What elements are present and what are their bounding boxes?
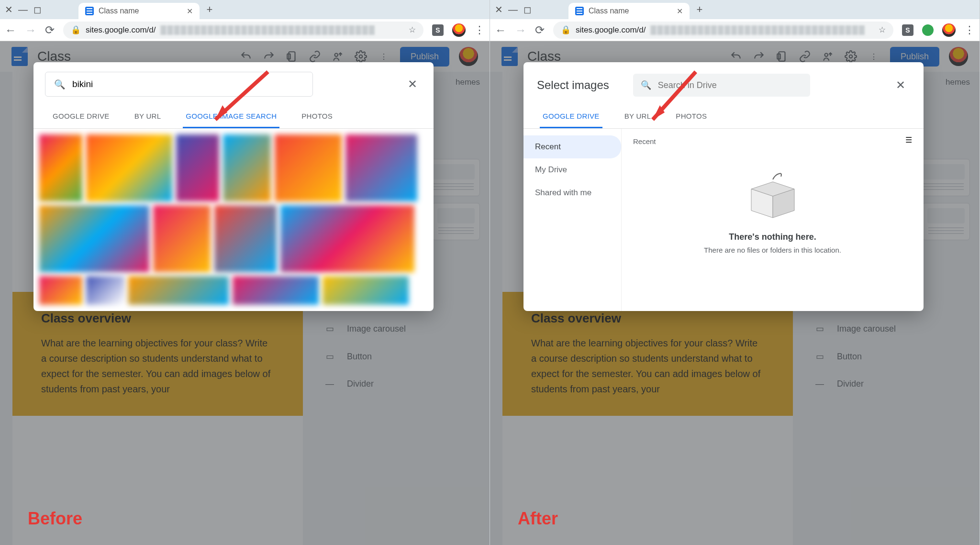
select-images-modal: Select images 🔍 ✕ GOOGLE DRIVE BY URL PH… [523, 62, 924, 311]
url-host: sites.google.com/d/ [86, 25, 156, 35]
image-picker-modal: 🔍 ✕ GOOGLE DRIVE BY URL GOOGLE IMAGE SEA… [33, 62, 434, 311]
list-view-icon[interactable]: ☰ [905, 135, 912, 145]
drive-content: Recent ☰ There's nothing here. There are… [621, 129, 924, 311]
url-host: sites.google.com/d/ [576, 25, 646, 35]
browser-tab[interactable]: Class name ✕ [568, 3, 690, 19]
lock-icon: 🔒 [71, 25, 81, 35]
tab-title: Class name [99, 7, 139, 15]
image-result[interactable] [323, 276, 409, 305]
image-result[interactable] [275, 134, 342, 201]
search-icon: 🔍 [641, 80, 651, 90]
close-window-icon[interactable]: ✕ [494, 5, 503, 14]
profile-avatar-icon[interactable] [452, 23, 466, 37]
back-icon[interactable]: ← [5, 23, 16, 37]
forward-icon[interactable]: → [515, 23, 526, 37]
close-window-icon[interactable]: ✕ [4, 5, 13, 14]
window-titlebar: ✕ — ◻ Class name ✕ + [0, 0, 490, 19]
site-favicon-icon [85, 7, 94, 15]
drive-search-input[interactable]: 🔍 [633, 74, 810, 97]
star-icon[interactable]: ☆ [879, 25, 886, 35]
extension-s-icon[interactable]: S [902, 24, 913, 36]
tab-google-drive[interactable]: GOOGLE DRIVE [50, 105, 112, 128]
back-icon[interactable]: ← [495, 23, 506, 37]
url-blurred: ████████████████████████████████ [160, 25, 404, 35]
tab-close-icon[interactable]: ✕ [677, 7, 683, 16]
image-result[interactable] [39, 205, 149, 272]
image-result[interactable] [39, 134, 82, 201]
image-result[interactable] [39, 276, 82, 305]
tab-close-icon[interactable]: ✕ [187, 7, 193, 16]
empty-subtitle: There are no files or folders in this lo… [633, 246, 912, 254]
browser-tab[interactable]: Class name ✕ [78, 3, 200, 19]
forward-icon[interactable]: → [25, 23, 36, 37]
site-favicon-icon [575, 7, 584, 15]
star-icon[interactable]: ☆ [409, 25, 416, 35]
image-search-field[interactable] [72, 79, 304, 89]
url-bar: ← → ⟳ 🔒 sites.google.com/d/ ████████████… [0, 19, 490, 41]
tab-by-url[interactable]: BY URL [622, 105, 654, 128]
extension-s-icon[interactable]: S [432, 24, 444, 36]
new-tab-icon[interactable]: + [696, 3, 702, 16]
reload-icon[interactable]: ⟳ [535, 23, 545, 37]
recent-label: Recent [633, 137, 656, 145]
window-titlebar: ✕ — ◻ Class name ✕ + [490, 0, 980, 19]
minimize-window-icon[interactable]: — [508, 5, 518, 14]
maximize-window-icon[interactable]: ◻ [33, 5, 42, 14]
annotation-before-label: Before [28, 509, 82, 529]
image-result[interactable] [128, 276, 229, 305]
new-tab-icon[interactable]: + [206, 3, 212, 16]
image-results-grid [33, 129, 434, 311]
image-result[interactable] [280, 205, 414, 272]
search-icon: 🔍 [54, 79, 66, 90]
image-result[interactable] [345, 134, 417, 201]
close-icon[interactable]: ✕ [896, 78, 905, 92]
image-search-input[interactable]: 🔍 [45, 72, 313, 97]
image-result[interactable] [176, 134, 219, 201]
profile-avatar-icon[interactable] [942, 23, 956, 37]
tab-google-drive[interactable]: GOOGLE DRIVE [540, 105, 602, 128]
empty-title: There's nothing here. [633, 232, 912, 242]
after-pane: ✕ — ◻ Class name ✕ + ← → ⟳ 🔒 sites.googl… [490, 0, 980, 545]
extension-green-icon[interactable] [922, 24, 934, 36]
image-result[interactable] [86, 276, 124, 305]
tab-google-image-search[interactable]: GOOGLE IMAGE SEARCH [183, 105, 279, 128]
sidebar-item-shared[interactable]: Shared with me [523, 181, 621, 204]
drive-search-field[interactable] [658, 80, 802, 90]
empty-box-icon [737, 170, 809, 222]
minimize-window-icon[interactable]: — [18, 5, 28, 14]
drive-sidebar: Recent My Drive Shared with me [523, 129, 621, 311]
sidebar-item-mydrive[interactable]: My Drive [523, 158, 621, 181]
tab-photos[interactable]: PHOTOS [299, 105, 335, 128]
address-bar[interactable]: 🔒 sites.google.com/d/ ██████████████████… [63, 22, 423, 39]
before-pane: ✕ — ◻ Class name ✕ + ← → ⟳ 🔒 sites.googl… [0, 0, 490, 545]
tab-by-url[interactable]: BY URL [132, 105, 164, 128]
reload-icon[interactable]: ⟳ [45, 23, 55, 37]
lock-icon: 🔒 [561, 25, 571, 35]
image-result[interactable] [86, 134, 172, 201]
browser-menu-icon[interactable]: ⋮ [474, 24, 485, 36]
sidebar-item-recent[interactable]: Recent [523, 135, 621, 158]
image-result[interactable] [214, 205, 277, 272]
browser-menu-icon[interactable]: ⋮ [964, 24, 975, 36]
annotation-after-label: After [518, 509, 558, 529]
image-result[interactable] [233, 276, 319, 305]
maximize-window-icon[interactable]: ◻ [523, 5, 532, 14]
modal-title: Select images [537, 78, 609, 92]
close-icon[interactable]: ✕ [408, 78, 417, 91]
picker-tabs: GOOGLE DRIVE BY URL GOOGLE IMAGE SEARCH … [33, 105, 434, 129]
image-result[interactable] [223, 134, 271, 201]
tab-photos[interactable]: PHOTOS [673, 105, 710, 128]
tab-title: Class name [589, 7, 629, 15]
picker-tabs: GOOGLE DRIVE BY URL PHOTOS [523, 105, 924, 129]
url-blurred: ████████████████████████████████ [650, 25, 874, 35]
image-result[interactable] [153, 205, 211, 272]
address-bar[interactable]: 🔒 sites.google.com/d/ ██████████████████… [553, 22, 893, 39]
url-bar: ← → ⟳ 🔒 sites.google.com/d/ ████████████… [490, 19, 980, 41]
